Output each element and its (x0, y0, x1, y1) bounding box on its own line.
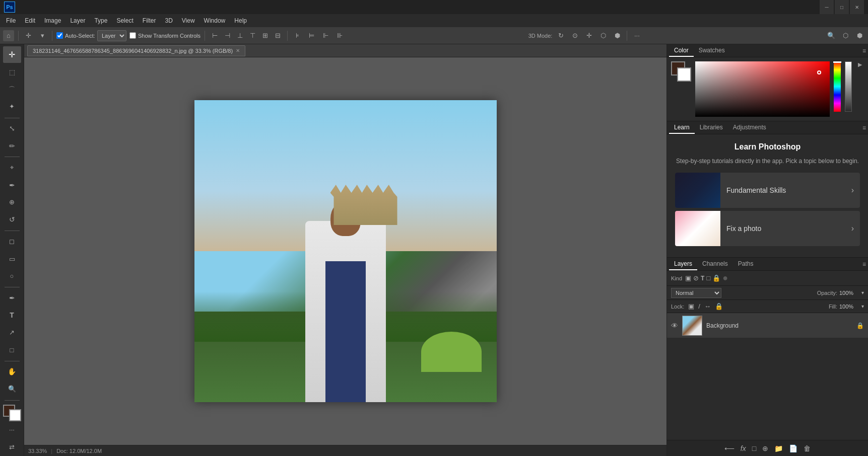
close-button[interactable]: ✕ (850, 0, 864, 14)
filter-pixel-icon[interactable]: ▣ (685, 274, 691, 282)
tool-healing[interactable]: ⌖ (3, 159, 21, 176)
tool-brush[interactable]: ✒ (3, 177, 21, 193)
tab-paths[interactable]: Paths (733, 258, 759, 270)
layers-panel-menu[interactable]: ≡ (862, 261, 866, 268)
transform-controls-check[interactable]: Show Transform Controls (129, 32, 201, 39)
filter-dot-icon[interactable]: ● (722, 273, 728, 283)
learn-card-fix-photo[interactable]: Fix a photo › (675, 211, 860, 246)
fill-input[interactable] (839, 303, 859, 310)
lock-all-icon[interactable]: 🔒 (715, 302, 723, 310)
tab-libraries[interactable]: Libraries (695, 121, 728, 134)
align-right-edges[interactable]: ⊟ (272, 30, 283, 41)
new-group-button[interactable]: 📁 (774, 444, 783, 452)
more-options-button[interactable]: ··· (631, 30, 642, 41)
tab-swatches[interactable]: Swatches (694, 44, 730, 57)
move-tool-icon[interactable]: ✛ (23, 30, 34, 41)
menu-file[interactable]: File (2, 16, 20, 25)
lock-position-icon[interactable]: ↔ (704, 302, 711, 310)
fg-bg-swatch[interactable] (671, 61, 691, 82)
tool-shape[interactable]: □ (3, 341, 21, 358)
hue-spectrum[interactable] (834, 61, 841, 112)
tab-channels[interactable]: Channels (697, 258, 733, 270)
layer-visibility-eye[interactable]: 👁 (671, 322, 678, 330)
auto-select-dropdown[interactable]: Layer (97, 30, 126, 41)
tool-hand[interactable]: ✋ (3, 363, 21, 380)
tool-move[interactable]: ✛ (3, 46, 21, 63)
filter-smart-icon[interactable]: 🔒 (712, 274, 720, 282)
link-layers-button[interactable]: ⟵ (724, 444, 735, 452)
tool-eraser[interactable]: ◻ (3, 233, 21, 250)
menu-select[interactable]: Select (112, 16, 137, 25)
menu-edit[interactable]: Edit (21, 16, 39, 25)
delete-layer-button[interactable]: 🗑 (804, 444, 811, 452)
tool-pen[interactable]: ✒ (3, 289, 21, 306)
menu-type[interactable]: Type (90, 16, 111, 25)
color-panel-menu[interactable]: ≡ (862, 47, 866, 54)
align-left-edges[interactable]: ⊤ (247, 30, 258, 41)
align-top-edges[interactable]: ⊢ (209, 30, 220, 41)
menu-filter[interactable]: Filter (139, 16, 160, 25)
search-button[interactable]: 🔍 (826, 30, 837, 41)
distribute-top[interactable]: ⊧ (292, 30, 303, 41)
3d-pan[interactable]: ✛ (583, 30, 594, 41)
home-button[interactable]: ⌂ (3, 30, 14, 41)
filter-type-icon[interactable]: T (701, 275, 704, 282)
3d-orbit[interactable]: ⊙ (569, 30, 580, 41)
color-gradient-wrapper[interactable] (695, 61, 830, 117)
color-swatches[interactable] (3, 405, 21, 421)
tab-adjustments[interactable]: Adjustments (728, 121, 771, 134)
canvas-content[interactable] (24, 57, 666, 445)
lock-pixel-icon[interactable]: ▣ (688, 302, 694, 310)
tool-path-select[interactable]: ↗ (3, 324, 21, 341)
tab-layers[interactable]: Layers (669, 258, 697, 270)
table-row[interactable]: 👁 Background 🔒 (667, 313, 868, 338)
tool-magic-wand[interactable]: ✦ (3, 98, 21, 115)
align-bottom-edges[interactable]: ⊥ (234, 30, 245, 41)
align-vertical-centers[interactable]: ⊣ (222, 30, 233, 41)
alpha-spectrum[interactable] (845, 61, 852, 112)
auto-select-checkbox[interactable] (56, 32, 63, 39)
menu-layer[interactable]: Layer (66, 16, 89, 25)
learn-panel-menu[interactable]: ≡ (862, 124, 866, 131)
menu-window[interactable]: Window (200, 16, 230, 25)
distribute-vert[interactable]: ⊨ (306, 30, 317, 41)
distribute-left[interactable]: ⊪ (334, 30, 345, 41)
menu-help[interactable]: Help (230, 16, 251, 25)
move-dropdown[interactable]: ▾ (37, 30, 48, 41)
menu-3d[interactable]: 3D (161, 16, 176, 25)
canvas-tab-close[interactable]: ✕ (236, 48, 240, 53)
layer-styles-button[interactable]: fx (741, 444, 746, 452)
opacity-input[interactable] (839, 290, 859, 296)
blend-mode-select[interactable]: Normal (671, 288, 721, 298)
tool-eyedropper[interactable]: ✏ (3, 137, 21, 154)
filter-adjust-icon[interactable]: ⊘ (693, 274, 699, 282)
tool-dodge[interactable]: ○ (3, 268, 21, 284)
arrange-button[interactable]: ⬡ (840, 30, 851, 41)
tab-color[interactable]: Color (669, 44, 694, 57)
tool-clone[interactable]: ⊕ (3, 194, 21, 210)
new-layer-button[interactable]: 📄 (789, 444, 797, 452)
learn-card-fundamental[interactable]: Fundamental Skills › (675, 173, 860, 208)
filter-shape-icon[interactable]: □ (706, 274, 710, 282)
tool-lasso[interactable]: ⌒ (3, 81, 21, 98)
3d-scale[interactable]: ⬢ (612, 30, 623, 41)
tool-extra[interactable]: ··· (3, 421, 21, 438)
auto-select-check[interactable]: Auto-Select: Layer (56, 30, 126, 41)
new-adjustment-button[interactable]: ⊕ (762, 444, 768, 452)
tool-swap[interactable]: ⇄ (3, 438, 21, 455)
tool-zoom[interactable]: 🔍 (3, 381, 21, 397)
tool-type[interactable]: T (3, 307, 21, 324)
menu-view[interactable]: View (178, 16, 199, 25)
maximize-button[interactable]: □ (835, 0, 849, 14)
fill-dropdown-icon[interactable]: ▾ (861, 303, 864, 309)
lock-draw-icon[interactable]: / (698, 302, 700, 310)
tool-gradient[interactable]: ▭ (3, 250, 21, 267)
tab-learn[interactable]: Learn (669, 121, 695, 134)
tool-marquee[interactable]: ⬚ (3, 63, 21, 80)
background-color-picker[interactable] (677, 67, 691, 82)
opacity-dropdown-icon[interactable]: ▾ (861, 290, 864, 295)
3d-slide[interactable]: ⬡ (597, 30, 609, 41)
canvas-tab-main[interactable]: 318231146_467656588786345_88636960414069… (27, 45, 245, 56)
transform-controls-checkbox[interactable] (129, 32, 136, 39)
layer-mask-button[interactable]: □ (752, 444, 756, 452)
